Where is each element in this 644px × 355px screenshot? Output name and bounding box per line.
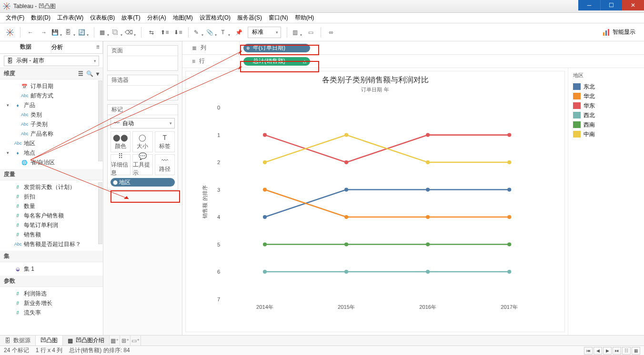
viz-canvas[interactable]: 各类别子类别销售额与利润对比 订单日期 年 销售额 的排序 0123456720… [185,71,565,332]
legend-item-华北[interactable]: 华北 [573,91,639,101]
nav-next-button[interactable]: ▶ [603,347,612,355]
field-类别[interactable]: Abc类别 [0,110,103,119]
field-省/自治区[interactable]: 🌐省/自治区 [0,158,103,167]
window-minimize-button[interactable]: ─ [578,0,600,10]
search-fields-icon[interactable]: 🔍 [86,70,93,77]
series-point-西北[interactable] [507,270,511,274]
field-销售额是否超过目标？[interactable]: Abc销售额是否超过目标？ [0,239,103,249]
scrollbar-stub[interactable] [98,182,102,244]
field-发货前天数（计划）[interactable]: #发货前天数（计划） [0,182,103,192]
dimensions-menu-icon[interactable]: ▾ [96,70,99,77]
field-新业务增长[interactable]: #新业务增长 [0,298,103,308]
series-point-华东[interactable] [507,133,511,137]
datasource-combo[interactable]: 🗄 示例 - 超市 [4,56,99,66]
rows-shelf[interactable]: ≡行 总计(销售额) △ [182,55,644,68]
mark-cell-颜色[interactable]: ⬤⬤颜色 [111,131,131,152]
field-每笔订单利润[interactable]: #每笔订单利润 [0,220,103,230]
label-button[interactable]: T [219,26,231,39]
menu-window[interactable]: 窗口(N) [266,13,291,23]
mark-cell-工具提示[interactable]: 💬工具提示 [132,154,152,175]
scrollbar-stub[interactable] [98,80,102,161]
sheet-tab-1[interactable]: 凹凸图 [36,335,63,345]
sort-asc-button[interactable]: ⬆≡ [159,26,171,39]
window-close-button[interactable]: ✕ [622,0,644,10]
series-point-东北[interactable] [344,187,348,191]
field-订单日期[interactable]: 📅订单日期 [0,81,103,91]
side-tab-analytics[interactable]: 分析⠿ [51,41,103,53]
marks-pill-region[interactable]: ⬤ 地区 [111,178,175,187]
series-point-华北[interactable] [263,187,267,191]
color-legend[interactable]: 地区 东北华北华东西北西南中南 [568,68,644,335]
new-worksheet-button[interactable]: ▦ [98,26,111,39]
mark-cell-大小[interactable]: ◯大小 [132,131,152,152]
legend-item-中南[interactable]: 中南 [573,129,639,139]
nav-first-button[interactable]: ⏮ [584,347,593,355]
field-产品名称[interactable]: Abc产品名称 [0,129,103,138]
pin-button[interactable]: 📌 [232,26,245,39]
window-maximize-button[interactable]: ☐ [600,0,622,10]
new-datasource-button[interactable]: 🗄 [64,26,77,39]
menu-worksheet[interactable]: 工作表(W) [54,13,86,23]
legend-item-华东[interactable]: 华东 [573,101,639,110]
series-point-西北[interactable] [426,270,430,274]
series-point-西南[interactable] [507,242,511,246]
field-集 1[interactable]: ◒集 1 [0,264,103,274]
nav-prev-button[interactable]: ◀ [594,347,602,355]
tableau-logo-button[interactable] [4,26,16,39]
sheet-tab-2[interactable]: ▦凹凸图介绍 [63,335,110,345]
series-point-华东[interactable] [344,160,348,164]
filters-card[interactable]: 筛选器 [107,75,178,100]
field-利润筛选[interactable]: #利润筛选 [0,289,103,298]
view-as-list-icon[interactable]: ☰ [78,70,83,77]
menu-format[interactable]: 设置格式(O) [197,13,233,23]
series-point-西南[interactable] [344,242,348,246]
mark-cell-路径[interactable]: 〰路径 [155,154,175,175]
view-cards-button[interactable]: ▥ [291,26,303,39]
sort-desc-button[interactable]: ⬇≡ [172,26,184,39]
field-邮寄方式[interactable]: Abc邮寄方式 [0,91,103,100]
series-point-中南[interactable] [263,160,267,164]
redo-button[interactable]: → [38,26,50,39]
series-point-华北[interactable] [507,215,511,219]
nav-last-button[interactable]: ⏭ [613,347,621,355]
columns-pill-year[interactable]: ⊕ 年(订单日期) [243,44,310,52]
legend-item-东北[interactable]: 东北 [573,82,639,91]
swap-button[interactable]: ⇆ [145,26,158,39]
menu-file[interactable]: 文件(F) [3,13,27,23]
field-折扣[interactable]: #折扣 [0,192,103,201]
menu-map[interactable]: 地图(M) [170,13,196,23]
series-point-东北[interactable] [507,187,511,191]
series-point-中南[interactable] [507,160,511,164]
field-流失率[interactable]: #流失率 [0,308,103,317]
new-dashboard-tab-button[interactable]: ⊞⁺ [120,335,131,345]
view-tabs-button[interactable]: ☷ [622,347,631,355]
columns-shelf[interactable]: ≣列 ⊕ 年(订单日期) [182,41,644,55]
marks-type-selector[interactable]: 〰 自动 [111,118,175,128]
series-point-西北[interactable] [344,270,348,274]
series-point-西南[interactable] [263,242,267,246]
new-story-tab-button[interactable]: ▭⁺ [131,335,141,345]
group-button[interactable]: 📎 [206,26,218,39]
series-point-东北[interactable] [263,215,267,219]
field-数量[interactable]: #数量 [0,201,103,211]
duplicate-button[interactable]: ⿻ [111,26,124,39]
series-point-华北[interactable] [344,215,348,219]
share-button[interactable]: ∞ [325,26,337,39]
series-point-西北[interactable] [263,270,267,274]
menu-dashboard[interactable]: 仪表板(B) [87,13,118,23]
undo-button[interactable]: ← [24,26,37,39]
rows-pill-sales[interactable]: 总计(销售额) △ [243,57,310,66]
refresh-data-button[interactable]: 🔄 [78,26,90,39]
menu-analysis[interactable]: 分析(A) [144,13,169,23]
highlight-button[interactable]: ✎ [192,26,205,39]
field-销售额[interactable]: #销售额 [0,230,103,239]
pages-card[interactable]: 页面 [107,45,178,71]
presentation-button[interactable]: ▭ [304,26,317,39]
series-point-东北[interactable] [426,187,430,191]
field-每名客户销售额[interactable]: #每名客户销售额 [0,211,103,220]
field-子类别[interactable]: Abc子类别 [0,119,103,129]
menu-server[interactable]: 服务器(S) [234,13,265,23]
fit-combo[interactable]: 标准 [248,27,281,38]
datasource-tab[interactable]: 🗄数据源 [0,335,36,345]
series-point-华东[interactable] [263,133,267,137]
